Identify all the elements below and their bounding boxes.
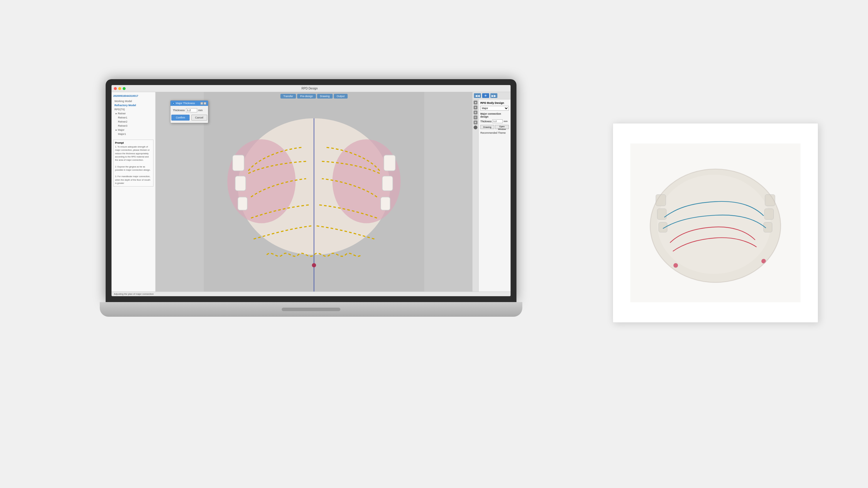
side-icon-3[interactable]: ⊞ (474, 110, 477, 115)
svg-rect-17 (659, 222, 667, 232)
drawing-btn[interactable]: Drawing (317, 94, 333, 99)
side-icon-1[interactable]: ◈ (474, 101, 477, 104)
tree-retner3[interactable]: Retner3 (113, 124, 153, 128)
tree-working-model[interactable]: Working Model (113, 99, 153, 103)
nav-eye-btn[interactable]: 👁 (482, 93, 489, 98)
main-viewport: Transfer Pre-design Drawing Output (156, 92, 472, 292)
svg-rect-6 (238, 197, 247, 210)
output-btn[interactable]: Output (334, 94, 347, 99)
panel-action-buttons: Drawing Open Window (480, 125, 509, 129)
tree-retner1[interactable]: Retner1 (113, 116, 153, 120)
panel-thickness-input[interactable] (492, 119, 503, 123)
dental-cast-svg (630, 141, 801, 305)
side-icon-2[interactable]: ⊕ (474, 105, 477, 109)
tree-retner[interactable]: ▸ Retner (113, 111, 153, 116)
thickness-input[interactable] (186, 108, 197, 112)
right-panel: ◀◀ 👁 ▶▶ ◈ ⊕ ⊞ ⊟ (472, 92, 510, 292)
laptop-screen: RPD Design 20200916044310017 Working Mod… (106, 79, 517, 302)
svg-rect-5 (235, 176, 246, 191)
panel-unit: mm (503, 120, 507, 123)
recommended-theme-label: Recommended Theme (480, 131, 509, 134)
major-dropdown[interactable]: Major (480, 106, 509, 110)
section-title: Major connection design (480, 112, 509, 118)
side-icons: ◈ ⊕ ⊞ ⊟ ⊠ (473, 99, 478, 292)
status-bar: Adjusting the plan of major connection (112, 292, 510, 296)
modal-title: Major Thickness (176, 102, 195, 105)
maximize-btn[interactable] (123, 87, 126, 90)
svg-rect-4 (233, 155, 244, 171)
window-controls (114, 87, 126, 90)
laptop-base (100, 302, 522, 317)
drawing-action-btn[interactable]: Drawing (480, 125, 494, 129)
app-body: 20200916044310017 Working Model Refracto… (112, 92, 510, 292)
panel-title: RPD Body Design (480, 101, 509, 104)
prompt-title: Prompt (115, 141, 152, 144)
svg-point-21 (674, 263, 678, 267)
svg-rect-19 (765, 209, 774, 220)
right-nav: ◀◀ 👁 ▶▶ (473, 92, 510, 99)
trackpad-cutout (282, 307, 340, 311)
panel-thickness-label: Thickness (480, 120, 492, 123)
thickness-unit: mm (198, 109, 203, 112)
minimize-btn[interactable] (118, 87, 121, 90)
screen-inner: RPD Design 20200916044310017 Working Mod… (112, 85, 510, 296)
tree-retner2[interactable]: Retner2 (113, 120, 153, 124)
confirm-button[interactable]: Confirm (172, 115, 190, 121)
svg-rect-8 (382, 176, 393, 191)
cancel-button[interactable]: Cancel (191, 115, 207, 121)
pre-design-btn[interactable]: Pre-design (297, 94, 316, 99)
side-icon-circle[interactable] (474, 126, 477, 129)
status-text: Adjusting the plan of major connection (114, 293, 154, 295)
nav-next-btn[interactable]: ▶▶ (490, 93, 497, 98)
tree-rpd[interactable]: RPD(T6) (113, 107, 153, 111)
prompt-box: Prompt 1. To ensure adequate strength of… (113, 139, 153, 187)
modal-minimize[interactable]: – (200, 102, 203, 105)
tree-major1[interactable]: Major1 (113, 132, 153, 136)
svg-rect-9 (381, 197, 390, 210)
svg-rect-16 (657, 209, 666, 220)
svg-point-11 (312, 263, 316, 267)
thickness-label: Thickness (173, 109, 185, 112)
svg-rect-7 (384, 155, 395, 171)
modal-window-controls: – × (200, 102, 206, 105)
svg-point-14 (657, 175, 771, 274)
title-bar: RPD Design (112, 85, 510, 92)
app-window: RPD Design 20200916044310017 Working Mod… (112, 85, 510, 296)
reference-photo (613, 123, 818, 323)
modal-buttons: Confirm Cancel (173, 115, 206, 122)
modal-header: ● Major Thickness – × (170, 101, 208, 106)
modal-close[interactable]: × (204, 102, 206, 105)
project-id: 20200916044310017 (113, 94, 153, 97)
open-window-btn[interactable]: Open Window (495, 125, 509, 129)
left-sidebar: 20200916044310017 Working Model Refracto… (112, 92, 156, 292)
prompt-text: 1. To ensure adequate strength of major … (115, 145, 152, 185)
viewport-toolbar: Transfer Pre-design Drawing Output (281, 94, 348, 99)
tree-major[interactable]: ▸ Major (113, 128, 153, 132)
modal-icon: ● (172, 102, 175, 104)
close-btn[interactable] (114, 87, 117, 90)
thickness-row: Thickness mm (173, 108, 206, 112)
side-icon-5[interactable]: ⊠ (474, 121, 477, 124)
window-title: RPD Design (301, 87, 317, 90)
modal-body: Thickness mm Confirm Cancel (170, 106, 208, 123)
transfer-btn[interactable]: Transfer (281, 94, 296, 99)
panel-thickness-row: Thickness mm (480, 119, 509, 123)
right-content: RPD Body Design Major Major connection d… (478, 99, 510, 292)
modal-dialog: ● Major Thickness – × (170, 100, 208, 123)
nav-prev-btn[interactable]: ◀◀ (474, 93, 481, 98)
side-icon-4[interactable]: ⊟ (474, 116, 477, 119)
tree-refractory-model[interactable]: Refractory Model (113, 103, 153, 107)
